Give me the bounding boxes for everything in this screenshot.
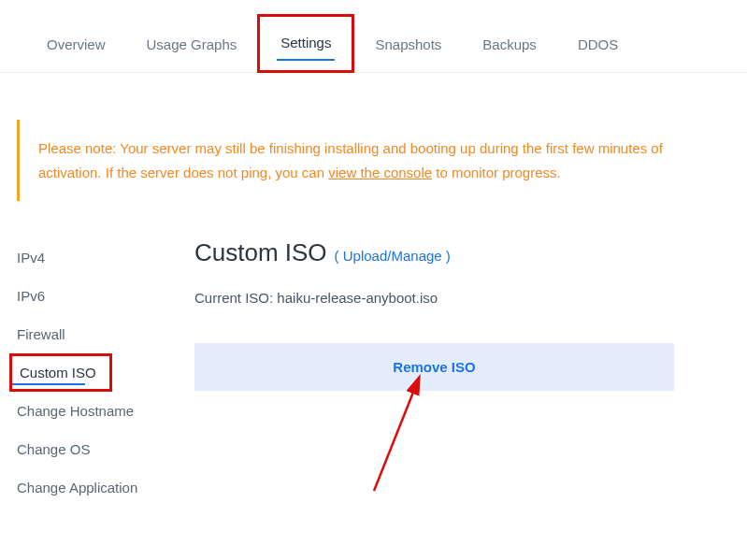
alert-banner: Please note: Your server may still be fi… (17, 120, 730, 201)
top-tabs: Overview Usage Graphs Settings Snapshots… (0, 0, 747, 73)
current-iso-row: Current ISO: haiku-release-anyboot.iso (194, 290, 674, 306)
sidebar-item-change-os[interactable]: Change OS (17, 430, 166, 468)
tab-usage-graphs[interactable]: Usage Graphs (126, 37, 258, 72)
remove-iso-button[interactable]: Remove ISO (194, 343, 674, 391)
sidebar-item-change-application[interactable]: Change Application (17, 468, 166, 507)
alert-text-2: If the server does not ping, you can (106, 165, 328, 180)
sidebar-item-change-hostname[interactable]: Change Hostname (17, 392, 166, 430)
upload-manage-link[interactable]: ( Upload/Manage ) (335, 248, 451, 264)
main-panel: Custom ISO ( Upload/Manage ) Current ISO… (194, 238, 730, 507)
tab-snapshots[interactable]: Snapshots (354, 37, 462, 72)
sidebar-item-firewall[interactable]: Firewall (17, 315, 166, 353)
tab-backups[interactable]: Backups (462, 37, 557, 72)
sidebar-item-custom-iso[interactable]: Custom ISO (9, 353, 112, 392)
tab-settings[interactable]: Settings (257, 14, 354, 73)
current-iso-label: Current ISO: (194, 290, 277, 306)
alert-text-3: to monitor progress. (432, 165, 561, 180)
current-iso-value: haiku-release-anyboot.iso (277, 290, 438, 306)
settings-sidebar: IPv4 IPv6 Firewall Custom ISO Change Hos… (17, 238, 166, 507)
tab-overview[interactable]: Overview (26, 37, 126, 72)
tab-ddos[interactable]: DDOS (557, 37, 639, 72)
sidebar-item-ipv6[interactable]: IPv6 (17, 277, 166, 315)
page-title: Custom ISO (194, 238, 327, 267)
sidebar-item-ipv4[interactable]: IPv4 (17, 238, 166, 277)
view-console-link[interactable]: view the console (328, 165, 432, 180)
